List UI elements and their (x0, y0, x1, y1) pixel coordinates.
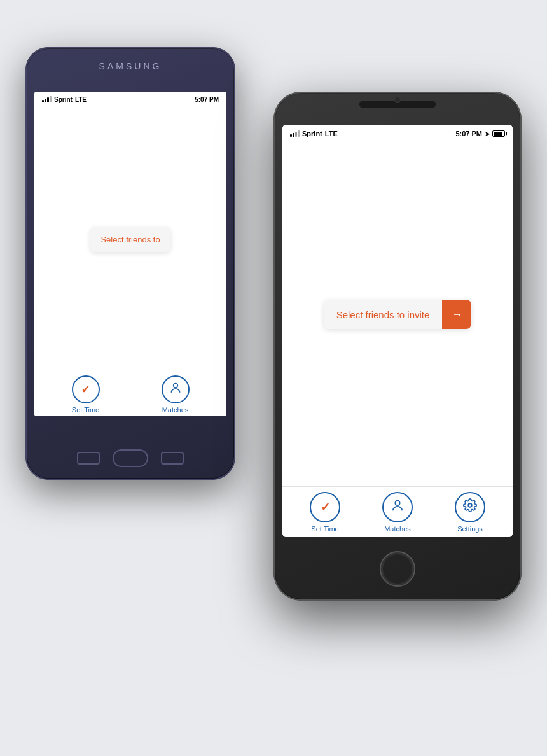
samsung-status-bar: Sprint LTE 5:07 PM (34, 92, 226, 107)
samsung-recents-btn[interactable] (161, 452, 184, 465)
samsung-back-btn[interactable] (77, 452, 100, 465)
iphone-set-time-icon-circle: ✓ (310, 492, 340, 522)
svg-point-0 (173, 383, 177, 388)
svg-point-1 (395, 500, 399, 505)
samsung-check-icon: ✓ (81, 382, 90, 396)
samsung-matches-icon-circle (162, 375, 190, 403)
iphone-status-bar: Sprint LTE 5:07 PM ➤ (282, 125, 513, 143)
samsung-tab-set-time[interactable]: ✓ Set Time (72, 375, 100, 414)
scene: SAMSUNG Sprint LTE 5:07 PM (25, 28, 522, 728)
iphone-tab-bar: ✓ Set Time Matches (282, 486, 513, 537)
samsung-tab-matches-label: Matches (162, 406, 189, 414)
iphone-select-friends-arrow-icon: → (442, 300, 471, 329)
samsung-person-icon (169, 382, 182, 397)
iphone-tab-set-time[interactable]: ✓ Set Time (310, 492, 340, 533)
samsung-home-btn[interactable] (113, 449, 148, 467)
iphone-select-friends-text: Select friends to invite (324, 300, 443, 329)
battery-icon (492, 130, 505, 137)
samsung-select-friends-text: Select friends to (90, 227, 170, 252)
samsung-network: LTE (75, 96, 87, 103)
samsung-carrier: Sprint (54, 96, 73, 103)
iphone-status-left: Sprint LTE (290, 130, 338, 137)
iphone-gear-icon (463, 498, 477, 515)
samsung-brand-label: SAMSUNG (99, 61, 162, 71)
iphone-tab-settings-label: Settings (457, 525, 483, 533)
samsung-set-time-icon-circle: ✓ (72, 375, 100, 403)
samsung-tab-bar: ✓ Set Time Matches (34, 372, 226, 416)
iphone-status-right: 5:07 PM ➤ (455, 130, 505, 137)
iphone-matches-icon-circle (382, 492, 413, 522)
iphone-carrier: Sprint (302, 130, 322, 137)
samsung-status-right: 5:07 PM (195, 96, 219, 103)
samsung-signal-icon (42, 96, 52, 102)
iphone-camera (394, 97, 401, 103)
iphone-tab-matches-label: Matches (384, 525, 411, 533)
iphone-app-content: Select friends to invite → (282, 143, 513, 486)
iphone-signal-icon (290, 130, 300, 137)
battery-fill (494, 132, 502, 136)
samsung-tab-set-time-label: Set Time (72, 406, 99, 414)
samsung-select-friends-button[interactable]: Select friends to (90, 227, 170, 252)
samsung-screen: Sprint LTE 5:07 PM Select friends to ✓ (34, 92, 226, 416)
iphone-screen: Sprint LTE 5:07 PM ➤ Select friends to i… (282, 125, 513, 537)
location-arrow-icon: ➤ (485, 130, 490, 137)
iphone-person-icon (391, 499, 405, 515)
iphone-select-friends-button[interactable]: Select friends to invite → (324, 300, 472, 329)
iphone-tab-settings[interactable]: Settings (455, 492, 485, 533)
svg-point-2 (468, 503, 472, 507)
samsung-status-left: Sprint LTE (42, 96, 87, 103)
samsung-tab-matches[interactable]: Matches (162, 375, 190, 414)
iphone-tab-matches[interactable]: Matches (382, 492, 413, 533)
samsung-time: 5:07 PM (195, 96, 219, 103)
iphone-tab-set-time-label: Set Time (311, 525, 338, 533)
iphone-network: LTE (325, 130, 338, 137)
samsung-app-content: Select friends to (34, 107, 226, 372)
iphone-time: 5:07 PM (455, 130, 482, 137)
samsung-bottom-nav (77, 449, 184, 467)
iphone-settings-icon-circle (455, 492, 485, 522)
samsung-device: SAMSUNG Sprint LTE 5:07 PM (25, 47, 235, 480)
iphone-device: Sprint LTE 5:07 PM ➤ Select friends to i… (274, 92, 522, 601)
iphone-home-button[interactable] (380, 551, 415, 587)
iphone-check-icon: ✓ (321, 500, 330, 514)
